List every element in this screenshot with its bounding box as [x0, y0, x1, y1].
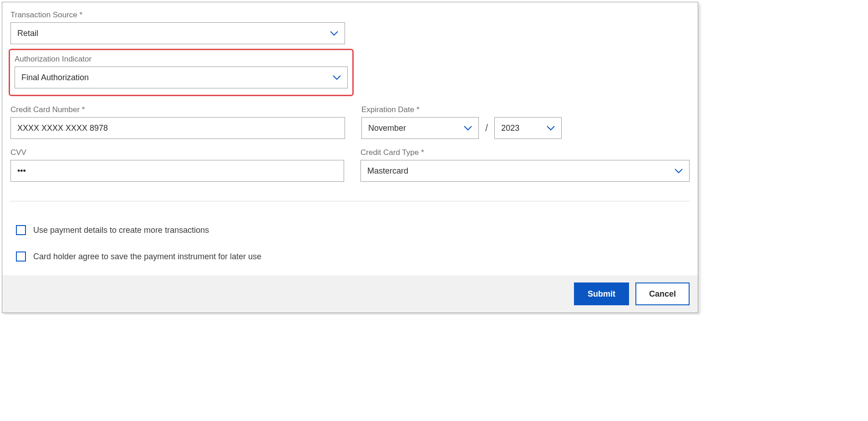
cvv-input[interactable]: ••• [10, 160, 344, 182]
expiration-date-wrap: November / 2023 [361, 117, 690, 139]
cvv-field: CVV ••• [10, 148, 344, 182]
card-and-expiry-row: Credit Card Number * XXXX XXXX XXXX 8978… [10, 105, 690, 139]
section-divider [10, 201, 690, 201]
expiration-month-value: November [368, 123, 464, 133]
expiration-date-field: Expiration Date * November / 2023 [361, 105, 690, 139]
credit-card-number-label: Credit Card Number * [10, 105, 345, 114]
expiration-year-value: 2023 [501, 123, 547, 133]
authorization-indicator-highlight: Authorization Indicator Final Authorizat… [9, 49, 354, 96]
transaction-source-field: Transaction Source * Retail [10, 10, 345, 44]
save-instrument-label: Card holder agree to save the payment in… [33, 252, 261, 262]
authorization-indicator-select[interactable]: Final Authorization [15, 67, 348, 88]
dialog-footer: Submit Cancel [2, 275, 698, 313]
authorization-indicator-field: Authorization Indicator Final Authorizat… [15, 55, 348, 88]
authorization-indicator-value: Final Authorization [21, 73, 333, 82]
use-payment-details-checkbox[interactable]: Use payment details to create more trans… [10, 225, 690, 235]
expiration-month-select[interactable]: November [361, 117, 479, 139]
credit-card-number-input[interactable]: XXXX XXXX XXXX 8978 [10, 117, 345, 139]
chevron-down-icon [330, 31, 338, 36]
expiration-date-label: Expiration Date * [361, 105, 690, 114]
chevron-down-icon [464, 125, 472, 131]
credit-card-number-field: Credit Card Number * XXXX XXXX XXXX 8978 [10, 105, 345, 139]
credit-card-type-select[interactable]: Mastercard [360, 160, 690, 182]
cvv-and-type-row: CVV ••• Credit Card Type * Mastercard [10, 148, 690, 182]
credit-card-type-label: Credit Card Type * [360, 148, 690, 157]
cancel-button[interactable]: Cancel [635, 282, 690, 305]
cvv-value: ••• [17, 166, 26, 176]
use-payment-details-label: Use payment details to create more trans… [33, 226, 209, 235]
transaction-source-value: Retail [17, 29, 330, 38]
expiration-year-select[interactable]: 2023 [494, 117, 562, 139]
transaction-source-select[interactable]: Retail [10, 22, 345, 44]
save-instrument-checkbox[interactable]: Card holder agree to save the payment in… [10, 252, 690, 262]
checkbox-icon [16, 252, 26, 262]
credit-card-type-value: Mastercard [367, 166, 675, 176]
transaction-source-label: Transaction Source * [10, 10, 345, 20]
chevron-down-icon [547, 125, 555, 131]
chevron-down-icon [675, 168, 683, 174]
form-body: Transaction Source * Retail Authorizatio… [2, 2, 698, 275]
chevron-down-icon [333, 75, 341, 80]
checkbox-icon [16, 225, 26, 235]
authorization-indicator-label: Authorization Indicator [15, 55, 348, 64]
credit-card-number-value: XXXX XXXX XXXX 8978 [17, 123, 108, 133]
credit-card-type-field: Credit Card Type * Mastercard [360, 148, 690, 182]
expiration-separator: / [485, 122, 488, 134]
submit-button[interactable]: Submit [574, 282, 629, 305]
cvv-label: CVV [10, 148, 344, 157]
payment-form-dialog: Transaction Source * Retail Authorizatio… [2, 2, 698, 313]
